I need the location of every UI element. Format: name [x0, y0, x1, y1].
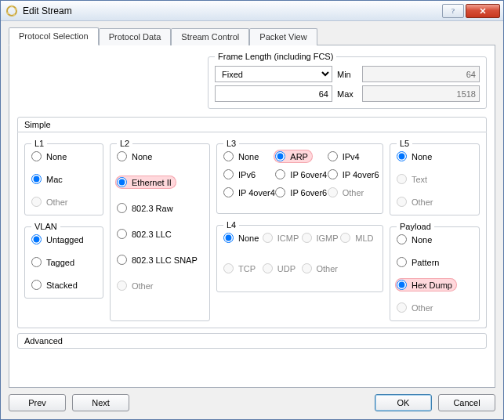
svg-point-1 — [11, 5, 13, 7]
frame-length-max-label: Max — [337, 89, 357, 99]
l3-ip6over4[interactable]: IP 6over4 — [275, 168, 324, 181]
frame-length-min-label: Min — [337, 70, 357, 79]
frame-length-min — [362, 66, 480, 82]
section-simple-header[interactable]: Simple — [17, 117, 487, 132]
group-l3-legend: L3 — [223, 139, 239, 148]
section-simple-body: L1 None Mac Other VLAN Untagged Tag — [17, 132, 487, 328]
l4-udp: UDP — [263, 262, 299, 275]
payload-pattern[interactable]: Pattern — [397, 255, 473, 269]
group-l1-legend: L1 — [31, 139, 47, 148]
l1-none[interactable]: None — [31, 150, 96, 163]
payload-other: Other — [397, 301, 473, 314]
titlebar: Edit Stream ? — [1, 1, 503, 21]
edit-stream-dialog: Edit Stream ? Protocol Selection Protoco… — [0, 0, 504, 420]
group-l2-legend: L2 — [117, 139, 132, 148]
svg-point-2 — [15, 8, 17, 10]
l4-mld: MLD — [340, 231, 376, 244]
l3-none[interactable]: None — [223, 150, 272, 163]
l4-icmp: ICMP — [263, 231, 299, 244]
tab-packet-view[interactable]: Packet View — [249, 28, 317, 45]
frame-length-mode[interactable]: Fixed — [215, 66, 332, 82]
tab-protocol-data[interactable]: Protocol Data — [99, 28, 172, 45]
group-payload-legend: Payload — [397, 222, 434, 231]
vlan-untagged[interactable]: Untagged — [31, 233, 96, 246]
group-l3: L3 None ARP IPv4 IPv6 IP 6over4 IP 4over… — [216, 139, 383, 214]
l2-other: Other — [117, 279, 203, 292]
svg-point-3 — [13, 13, 16, 16]
tab-stream-control[interactable]: Stream Control — [171, 28, 249, 45]
l3-other: Other — [328, 186, 376, 199]
svg-point-4 — [7, 12, 9, 14]
l3-ip4over4[interactable]: IP 4over4 — [223, 186, 272, 199]
group-vlan-legend: VLAN — [31, 222, 60, 231]
l3-ip6over6[interactable]: IP 6over6 — [275, 186, 324, 199]
section-advanced-header[interactable]: Advanced — [17, 333, 487, 349]
tab-bar: Protocol Selection Protocol Data Stream … — [9, 27, 495, 45]
l2-8023-raw[interactable]: 802.3 Raw — [117, 201, 203, 215]
cancel-button[interactable]: Cancel — [438, 394, 495, 411]
l1-mac[interactable]: Mac — [31, 172, 96, 186]
l1-other: Other — [31, 195, 96, 208]
group-payload: Payload None Pattern Hex Dump Other — [390, 222, 480, 321]
l3-ip4over6[interactable]: IP 4over6 — [328, 168, 376, 181]
l2-8023-llc-snap[interactable]: 802.3 LLC SNAP — [117, 253, 203, 266]
payload-none[interactable]: None — [397, 233, 473, 246]
group-vlan: VLAN Untagged Tagged Stacked — [24, 222, 103, 299]
help-button[interactable]: ? — [442, 4, 464, 18]
group-l5-legend: L5 — [397, 139, 412, 148]
frame-length-group: Frame Length (including FCS) Fixed Min M… — [208, 52, 487, 109]
l5-none[interactable]: None — [397, 150, 473, 163]
l2-ethernet-ii[interactable]: Ethernet II — [115, 176, 176, 189]
prev-button[interactable]: Prev — [9, 394, 66, 411]
l4-tcp: TCP — [223, 262, 259, 275]
group-l4-legend: L4 — [223, 220, 239, 230]
l4-none[interactable]: None — [223, 231, 259, 244]
l3-ipv6[interactable]: IPv6 — [223, 168, 272, 181]
close-button[interactable] — [466, 4, 500, 18]
frame-length-legend: Frame Length (including FCS) — [215, 52, 336, 61]
ok-button[interactable]: OK — [375, 394, 432, 411]
tab-panel: Frame Length (including FCS) Fixed Min M… — [9, 45, 495, 388]
group-l2: L2 None Ethernet II 802.3 Raw 802.3 LLC … — [110, 139, 210, 321]
l2-8023-llc[interactable]: 802.3 LLC — [117, 227, 203, 241]
dialog-body: Protocol Selection Protocol Data Stream … — [1, 21, 503, 419]
frame-length-fixed[interactable] — [215, 85, 332, 102]
l3-arp[interactable]: ARP — [274, 150, 313, 163]
svg-point-0 — [7, 6, 16, 16]
payload-hexdump[interactable]: Hex Dump — [395, 278, 457, 291]
dialog-footer: Prev Next OK Cancel — [9, 388, 495, 411]
group-l5: L5 None Text Other — [390, 139, 480, 215]
l5-other: Other — [397, 195, 473, 208]
tab-protocol-selection[interactable]: Protocol Selection — [9, 27, 99, 45]
next-button[interactable]: Next — [72, 394, 129, 411]
l3-ipv4[interactable]: IPv4 — [328, 150, 376, 163]
l2-none[interactable]: None — [117, 150, 203, 163]
app-icon — [5, 5, 18, 17]
vlan-stacked[interactable]: Stacked — [31, 278, 96, 291]
l4-other: Other — [302, 262, 338, 275]
group-l4: L4 None ICMP IGMP MLD TCP UDP Other — [216, 220, 383, 292]
frame-length-max — [362, 85, 480, 102]
svg-text:?: ? — [451, 7, 455, 15]
window-title: Edit Stream — [23, 5, 441, 16]
l4-igmp: IGMP — [302, 231, 338, 244]
l5-text: Text — [397, 172, 473, 186]
vlan-tagged[interactable]: Tagged — [31, 255, 96, 269]
group-l1: L1 None Mac Other — [24, 139, 103, 215]
